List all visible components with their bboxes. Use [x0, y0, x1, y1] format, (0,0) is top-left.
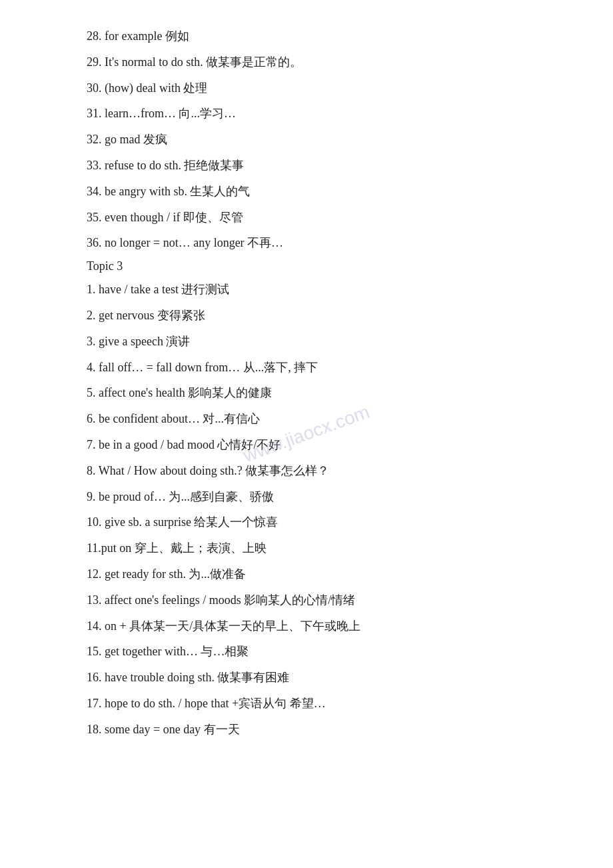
list-item: 36. no longer = not… any longer 不再…: [87, 233, 533, 253]
list-item: 5. affect one's health 影响某人的健康: [87, 383, 533, 403]
list-item: 35. even though / if 即使、尽管: [87, 208, 533, 227]
list-item: 32. go mad 发疯: [87, 130, 533, 149]
list-item: 12. get ready for sth. 为...做准备: [87, 565, 533, 584]
list-item: 8. What / How about doing sth.? 做某事怎么样？: [87, 461, 533, 481]
list-item: 3. give a speech 演讲: [87, 332, 533, 351]
list-item: 29. It's normal to do sth. 做某事是正常的。: [87, 53, 533, 72]
list-item: 1. have / take a test 进行测试: [87, 280, 533, 299]
list-item: 10. give sb. a surprise 给某人一个惊喜: [87, 513, 533, 532]
list-item: 6. be confident about… 对...有信心: [87, 409, 533, 429]
list-item: 30. (how) deal with 处理: [87, 79, 533, 98]
list-item: 2. get nervous 变得紧张: [87, 306, 533, 325]
list-item: 9. be proud of… 为...感到自豪、骄傲: [87, 487, 533, 507]
list-item: 15. get together with… 与…相聚: [87, 642, 533, 661]
list-item: 33. refuse to do sth. 拒绝做某事: [87, 156, 533, 175]
list-item: 13. affect one's feelings / moods 影响某人的心…: [87, 591, 533, 610]
topic3-list: 1. have / take a test 进行测试 2. get nervou…: [87, 280, 533, 739]
list-item: 18. some day = one day 有一天: [87, 720, 533, 739]
list-item: 17. hope to do sth. / hope that +宾语从句 希望…: [87, 694, 533, 713]
main-list: 28. for example 例如 29. It's normal to do…: [87, 27, 533, 253]
list-item: 7. be in a good / bad mood 心情好/不好: [87, 435, 533, 455]
list-item: 11.put on 穿上、戴上；表演、上映: [87, 539, 533, 558]
list-item: 31. learn…from… 向...学习…: [87, 104, 533, 123]
list-item: 16. have trouble doing sth. 做某事有困难: [87, 668, 533, 687]
topic3-heading: Topic 3: [87, 259, 533, 273]
list-item: 28. for example 例如: [87, 27, 533, 46]
list-item: 34. be angry with sb. 生某人的气: [87, 182, 533, 201]
list-item: 14. on + 具体某一天/具体某一天的早上、下午或晚上: [87, 617, 533, 636]
list-item: 4. fall off… = fall down from… 从...落下, 摔…: [87, 358, 533, 377]
